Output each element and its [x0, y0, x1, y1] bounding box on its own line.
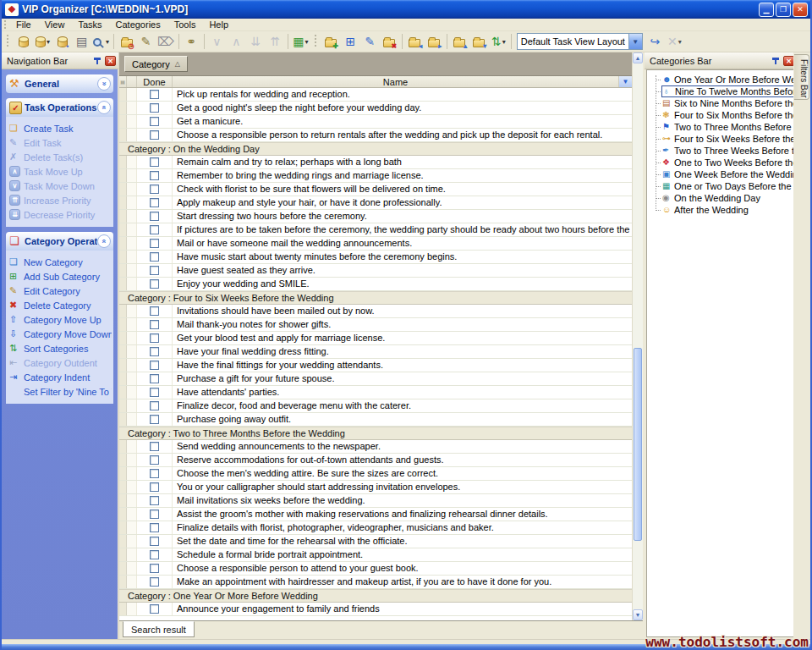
- task-group-header[interactable]: Category : Two to Three Months Before th…: [119, 427, 632, 440]
- print-button[interactable]: ▤: [72, 32, 91, 51]
- task-checkbox[interactable]: [150, 90, 159, 99]
- task-checkbox[interactable]: [150, 361, 159, 370]
- task-checkbox[interactable]: [150, 171, 159, 180]
- category-item[interactable]: ⚑Two to Three Months Before the Weddin: [650, 121, 794, 133]
- task-checkbox[interactable]: [150, 103, 159, 113]
- task-checkbox[interactable]: [150, 523, 159, 532]
- task-checkbox[interactable]: [150, 496, 159, 505]
- task-row[interactable]: Reserve accommodations for out-of-town a…: [119, 454, 632, 467]
- search-result-tab[interactable]: Search result: [123, 621, 195, 637]
- category-item[interactable]: ❃Four to Six Months Before the Wedding: [650, 109, 794, 121]
- task-checkbox[interactable]: [150, 455, 159, 465]
- task-checkbox[interactable]: [150, 550, 159, 559]
- task-view-layout-button[interactable]: ▦▾: [291, 32, 310, 51]
- dropdown-arrow-icon[interactable]: ▾: [106, 38, 109, 46]
- nav-section-header-general[interactable]: ⚒General«: [6, 74, 113, 93]
- dropdown-arrow-icon[interactable]: ▾: [304, 38, 308, 46]
- task-row[interactable]: Remain calm and try to relax; perhaps wi…: [119, 156, 632, 169]
- task-checkbox[interactable]: [150, 347, 159, 356]
- task-checkbox[interactable]: [150, 225, 159, 234]
- sort-categories-button[interactable]: ⇅▾: [489, 32, 508, 51]
- category-move-up-button[interactable]: ▴: [450, 32, 469, 51]
- minimize-button[interactable]: ▁: [759, 3, 774, 17]
- category-outdent-button[interactable]: ◂: [405, 32, 425, 51]
- expand-chevron-icon[interactable]: «: [97, 77, 111, 91]
- task-checkbox[interactable]: [150, 198, 159, 207]
- print-preview-button[interactable]: ▾: [91, 32, 111, 51]
- scroll-down-button[interactable]: ▼: [633, 609, 643, 620]
- task-row[interactable]: Choose a responsible person to attend to…: [119, 562, 632, 576]
- category-item[interactable]: ♁Nine To Twelve Months Before The Wed: [650, 85, 794, 97]
- delete-task-button[interactable]: ⌦: [156, 32, 176, 51]
- dropdown-arrow-icon[interactable]: ▾: [678, 38, 682, 46]
- column-menu-icon[interactable]: ▼: [619, 76, 632, 87]
- restore-button[interactable]: ❐: [776, 3, 791, 17]
- scrollbar-thumb[interactable]: [634, 348, 642, 541]
- scroll-up-button[interactable]: ▲: [633, 52, 643, 63]
- task-checkbox[interactable]: [150, 510, 159, 519]
- add-sub-category-button[interactable]: ⊞: [341, 32, 360, 51]
- task-row[interactable]: Enjoy your wedding and SMILE.: [119, 278, 632, 291]
- task-checkbox[interactable]: [150, 130, 159, 140]
- combobox-dropdown-icon[interactable]: ▼: [628, 33, 643, 50]
- create-task-button[interactable]: ◷: [117, 32, 136, 51]
- menu-categories[interactable]: Categories: [109, 19, 167, 31]
- category-item[interactable]: ▤Six to Nine Months Before the Wedding: [650, 97, 794, 109]
- menu-view[interactable]: View: [38, 19, 72, 31]
- menu-tools[interactable]: Tools: [167, 19, 203, 31]
- nav-section-header-task-operations[interactable]: ✓Task Operations«: [6, 98, 113, 117]
- task-row[interactable]: Announce your engagement to family and f…: [119, 603, 632, 616]
- name-column-header[interactable]: Name: [173, 76, 619, 87]
- layout-combobox[interactable]: Default Task View Layout▼: [517, 33, 643, 50]
- category-item[interactable]: ❖One to Two Weeks Before the Wedding: [650, 157, 794, 168]
- nav-section-header-category-operations[interactable]: ❏Category Operati...«: [6, 232, 113, 251]
- new-database-button[interactable]: [14, 32, 33, 51]
- task-checkbox[interactable]: [150, 415, 159, 424]
- task-checkbox[interactable]: [150, 279, 159, 289]
- task-row[interactable]: Mail or have someone mail the wedding an…: [119, 237, 632, 251]
- dropdown-arrow-icon[interactable]: ▾: [47, 38, 50, 46]
- task-group-header[interactable]: Category : Four to Six Weeks Before the …: [119, 291, 632, 305]
- task-checkbox[interactable]: [150, 333, 159, 343]
- task-row[interactable]: Apply makeup and style your hair, or hav…: [119, 196, 632, 210]
- task-row[interactable]: Schedule a formal bride portrait appoint…: [119, 548, 632, 562]
- task-row[interactable]: Make an appointment with hairdresser and…: [119, 576, 632, 589]
- task-checkbox[interactable]: [150, 401, 159, 410]
- open-database-button[interactable]: ▾: [33, 32, 52, 51]
- task-row[interactable]: Have the final fittings for your wedding…: [119, 359, 632, 372]
- task-row[interactable]: Invitations should have been mailed out …: [119, 305, 632, 318]
- task-checkbox[interactable]: [150, 564, 159, 573]
- nav-item-create-task[interactable]: ❏Create Task: [9, 121, 112, 135]
- filters-bar-tab[interactable]: Filters Bar: [794, 54, 809, 100]
- nav-item-category-move-down[interactable]: ⇩Category Move Down: [9, 327, 112, 341]
- category-item[interactable]: ▦One or Two Days Before the Wedding: [650, 180, 794, 192]
- category-item[interactable]: ▣One Week Before the Wedding: [650, 168, 794, 180]
- task-row[interactable]: Have attendants' parties.: [119, 386, 632, 399]
- task-checkbox[interactable]: [150, 604, 159, 614]
- task-row[interactable]: Check with florist to be sure that flowe…: [119, 183, 632, 196]
- nav-item-new-category[interactable]: ❏New Category: [9, 255, 112, 269]
- task-row[interactable]: You or your calligrapher should start ad…: [119, 481, 632, 494]
- task-checkbox[interactable]: [150, 374, 159, 383]
- delete-category-button[interactable]: ✖: [380, 32, 399, 51]
- new-category-button[interactable]: ✚: [321, 32, 341, 51]
- menu-help[interactable]: Help: [202, 19, 235, 31]
- task-group-header[interactable]: Category : On the Wedding Day: [119, 142, 632, 156]
- task-checkbox[interactable]: [150, 320, 159, 329]
- task-row[interactable]: Assist the groom's mother with making re…: [119, 508, 632, 521]
- task-row[interactable]: Mail invitations six weeks before the we…: [119, 494, 632, 508]
- task-row[interactable]: Pick up rentals for wedding and receptio…: [119, 88, 632, 102]
- task-checkbox[interactable]: [150, 185, 159, 194]
- task-row[interactable]: Set the date and time for the rehearsal …: [119, 535, 632, 548]
- scrollbar-track[interactable]: ▲ ▼: [632, 52, 643, 620]
- pin-icon[interactable]: [771, 56, 781, 65]
- nav-item-category-move-up[interactable]: ⇧Category Move Up: [9, 312, 112, 327]
- apply-layout-button[interactable]: ↪: [645, 32, 665, 51]
- category-move-down-button[interactable]: ▾: [469, 32, 489, 51]
- find-tasks-button[interactable]: ⚭: [182, 32, 201, 51]
- edit-task-button[interactable]: ✎: [136, 32, 156, 51]
- task-row[interactable]: Remember to bring the wedding rings and …: [119, 169, 632, 183]
- task-checkbox[interactable]: [150, 266, 159, 275]
- task-checkbox[interactable]: [150, 157, 159, 167]
- nav-item-sort-categories[interactable]: ⇅Sort Categories: [9, 341, 112, 355]
